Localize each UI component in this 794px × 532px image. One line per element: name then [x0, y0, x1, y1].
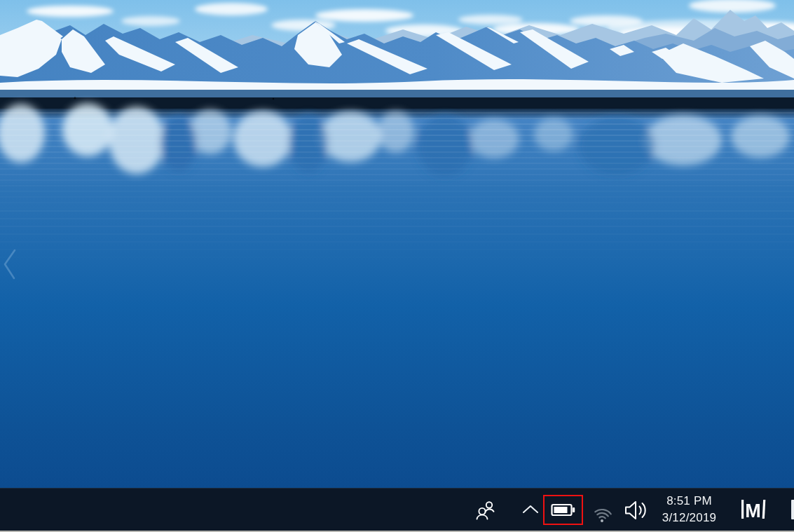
volume-icon[interactable]	[623, 499, 650, 521]
people-icon[interactable]	[474, 500, 497, 522]
taskbar-clock[interactable]: 8:51 PM 3/12/2019	[654, 493, 725, 526]
svg-text:M: M	[745, 500, 761, 521]
show-hidden-icons-chevron[interactable]	[521, 504, 540, 515]
partial-tray-icon[interactable]	[791, 500, 794, 519]
battery-icon[interactable]	[551, 503, 576, 518]
network-wifi-icon[interactable]	[590, 505, 615, 524]
clock-date: 3/12/2019	[654, 510, 725, 526]
m-logo-icon[interactable]: M	[739, 498, 767, 521]
clock-time: 8:51 PM	[654, 493, 725, 510]
taskbar: * 8:51 PM 3/12/2019 M	[0, 488, 794, 532]
wallpaper-image	[0, 0, 794, 532]
chevron-left-icon	[1, 247, 20, 282]
desktop: * 8:51 PM 3/12/2019 M	[0, 0, 794, 532]
